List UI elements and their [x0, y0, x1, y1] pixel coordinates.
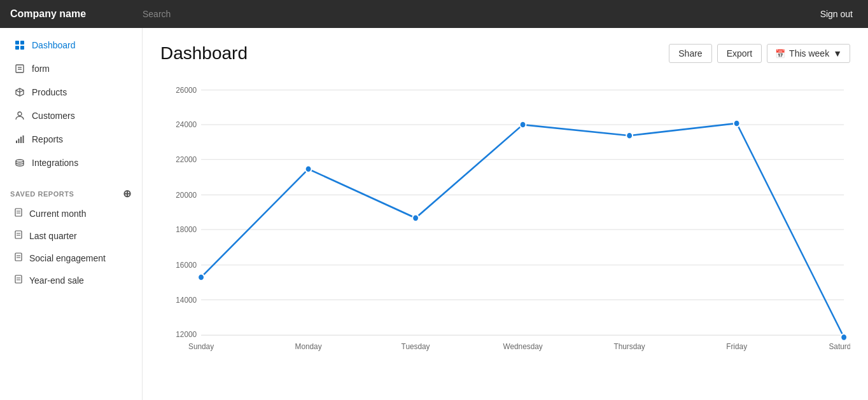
svg-rect-10 — [20, 137, 22, 143]
svg-rect-11 — [23, 135, 24, 143]
company-name: Company name — [10, 8, 137, 20]
sidebar-item-customers[interactable]: Customers — [4, 104, 138, 127]
share-button[interactable]: Share — [669, 44, 711, 63]
customers-icon — [14, 110, 25, 121]
saved-reports-title: SAVED REPORTS — [10, 190, 74, 198]
sidebar-item-integrations[interactable]: Integrations — [4, 151, 138, 174]
signout-button[interactable]: Sign out — [815, 6, 858, 22]
sidebar: Dashboard form — [0, 28, 143, 400]
report-doc-icon-3 — [14, 275, 23, 286]
sidebar-report-year-end-sale[interactable]: Year-end sale — [4, 270, 138, 291]
svg-rect-3 — [20, 46, 24, 50]
sidebar-item-label-form: form — [32, 64, 50, 74]
saved-report-label-2: Social engagement — [29, 253, 106, 263]
data-point-3 — [520, 121, 526, 128]
sidebar-item-dashboard[interactable]: Dashboard — [4, 34, 138, 57]
sidebar-item-label-products: Products — [32, 87, 67, 97]
line-chart: .y-label { font-size: 12px; fill: #666; … — [160, 76, 850, 362]
svg-rect-19 — [15, 253, 22, 261]
report-doc-icon-0 — [14, 208, 23, 219]
report-doc-icon-1 — [14, 230, 23, 241]
sidebar-report-last-quarter[interactable]: Last quarter — [4, 225, 138, 246]
form-icon — [14, 63, 25, 74]
svg-text:Friday: Friday — [726, 341, 748, 351]
period-dropdown[interactable]: 📅 This week ▼ — [767, 44, 850, 63]
export-button[interactable]: Export — [717, 44, 762, 63]
sidebar-report-current-month[interactable]: Current month — [4, 203, 138, 224]
saved-report-label-0: Current month — [29, 209, 86, 219]
data-point-4 — [626, 132, 633, 139]
integrations-icon — [14, 157, 25, 169]
data-point-6 — [841, 334, 847, 341]
svg-text:Sunday: Sunday — [188, 341, 214, 351]
sidebar-nav: Dashboard form — [0, 28, 142, 180]
sidebar-report-social-engagement[interactable]: Social engagement — [4, 247, 138, 268]
svg-text:14000: 14000 — [176, 295, 197, 305]
sidebar-item-label-dashboard: Dashboard — [32, 40, 76, 50]
topbar: Company name Sign out — [0, 0, 868, 28]
main-content: Dashboard Share Export 📅 This week ▼ .y — [143, 28, 868, 400]
calendar-icon: 📅 — [775, 49, 785, 59]
add-saved-report-icon[interactable]: ⊕ — [123, 188, 132, 200]
chart-container: .y-label { font-size: 12px; fill: #666; … — [160, 76, 850, 362]
dashboard-icon — [14, 39, 25, 51]
layout: Dashboard form — [0, 28, 868, 400]
page-title: Dashboard — [160, 43, 248, 64]
sidebar-item-reports[interactable]: Reports — [4, 128, 138, 151]
sidebar-item-label-customers: Customers — [32, 111, 75, 121]
svg-rect-4 — [16, 65, 24, 72]
svg-text:20000: 20000 — [176, 190, 197, 200]
svg-text:24000: 24000 — [176, 120, 197, 130]
sidebar-item-form[interactable]: form — [4, 57, 138, 80]
svg-point-12 — [16, 160, 24, 162]
products-icon — [14, 86, 25, 98]
svg-rect-8 — [16, 141, 17, 143]
svg-text:22000: 22000 — [176, 155, 197, 165]
svg-rect-22 — [15, 275, 22, 283]
data-point-1 — [305, 165, 312, 172]
data-point-0 — [198, 274, 204, 281]
sidebar-item-label-integrations: Integrations — [32, 158, 78, 168]
main-header: Dashboard Share Export 📅 This week ▼ — [160, 43, 850, 64]
saved-report-label-3: Year-end sale — [29, 275, 84, 286]
chart-line — [201, 123, 844, 337]
search-input[interactable] — [137, 6, 815, 22]
main-actions: Share Export 📅 This week ▼ — [669, 44, 850, 63]
data-point-5 — [734, 120, 740, 127]
svg-rect-16 — [15, 231, 22, 238]
svg-text:16000: 16000 — [176, 261, 197, 270]
svg-rect-1 — [20, 41, 24, 45]
data-point-2 — [412, 215, 419, 222]
period-label: This week — [789, 48, 829, 59]
svg-text:Saturday: Saturday — [829, 341, 850, 351]
svg-text:Monday: Monday — [295, 341, 323, 351]
chevron-down-icon: ▼ — [833, 48, 842, 59]
svg-rect-0 — [15, 41, 19, 45]
sidebar-item-label-reports: Reports — [32, 134, 63, 144]
reports-icon — [14, 134, 25, 145]
svg-rect-9 — [18, 139, 20, 143]
svg-text:12000: 12000 — [176, 330, 197, 340]
svg-text:26000: 26000 — [176, 85, 197, 95]
svg-text:Wednesday: Wednesday — [503, 341, 543, 351]
svg-text:Thursday: Thursday — [613, 341, 645, 351]
saved-report-label-1: Last quarter — [29, 231, 77, 241]
svg-text:Tuesday: Tuesday — [402, 341, 431, 351]
svg-rect-13 — [15, 209, 22, 216]
svg-point-7 — [18, 112, 22, 116]
report-doc-icon-2 — [14, 252, 23, 263]
svg-rect-2 — [15, 46, 19, 50]
svg-text:18000: 18000 — [176, 225, 197, 235]
saved-reports-section: SAVED REPORTS ⊕ — [0, 180, 142, 202]
sidebar-item-products[interactable]: Products — [4, 81, 138, 104]
